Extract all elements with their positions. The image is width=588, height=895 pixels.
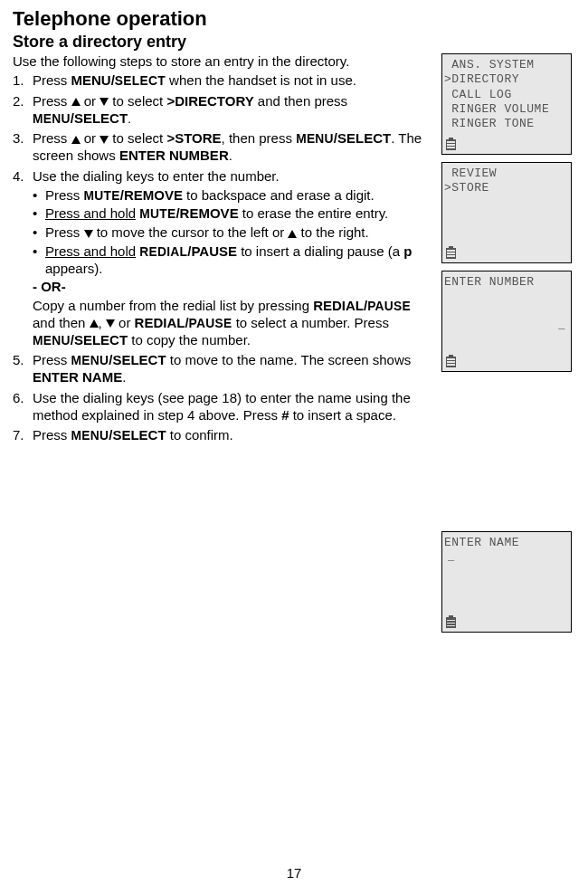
text: Copy a number from the redial list by pr… bbox=[33, 298, 313, 313]
up-arrow-icon bbox=[71, 98, 81, 106]
pause-label: PAUSE bbox=[189, 317, 232, 330]
text: . bbox=[122, 369, 126, 385]
select-label: /SELECT bbox=[71, 332, 128, 348]
lcd-line: REVIEW bbox=[444, 167, 569, 181]
text: to backspace and erase a digit. bbox=[183, 187, 375, 203]
text: , then press bbox=[222, 130, 297, 146]
up-arrow-icon bbox=[71, 136, 81, 144]
cursor-icon: _ bbox=[448, 550, 455, 564]
step-number: 7. bbox=[13, 427, 24, 444]
directory-label: >DIRECTORY bbox=[166, 93, 253, 109]
up-arrow-icon bbox=[90, 319, 99, 328]
hash-key: # bbox=[281, 407, 289, 423]
text: when the handset is not in use. bbox=[166, 72, 356, 88]
select-label: SELECT bbox=[115, 74, 166, 88]
mute-label: MUTE bbox=[139, 207, 175, 221]
redial-label: REDIAL bbox=[139, 245, 187, 259]
menu-label: MENU bbox=[296, 132, 334, 146]
menu-label: MENU bbox=[71, 429, 109, 443]
text: Press bbox=[33, 72, 71, 88]
p-char: p bbox=[403, 243, 412, 259]
or-separator: - OR- bbox=[33, 279, 432, 296]
text: Press bbox=[33, 427, 71, 443]
text: . bbox=[229, 148, 232, 163]
bullet-2: Press and hold MUTE/REMOVE to erase the … bbox=[33, 205, 432, 223]
battery-icon bbox=[446, 355, 456, 367]
enter-name-label: ENTER NAME bbox=[33, 369, 122, 385]
down-arrow-icon bbox=[106, 319, 115, 328]
text: Use the dialing keys to enter the number… bbox=[33, 168, 280, 184]
select-label: /SELECT bbox=[109, 427, 166, 443]
instructions-column: Use the following steps to store an entr… bbox=[13, 53, 432, 633]
text: to copy the number. bbox=[128, 332, 251, 348]
section-heading: Store a directory entry bbox=[13, 33, 575, 52]
lcd-screen-enter-name: ENTER NAME _ bbox=[441, 531, 572, 633]
step-5: 5. Press MENU/SELECT to move to the name… bbox=[13, 352, 432, 386]
text: or bbox=[81, 93, 100, 109]
battery-icon bbox=[446, 138, 456, 150]
menu-label: MENU bbox=[71, 354, 109, 367]
bullet-3: Press to move the cursor to the left or … bbox=[33, 224, 432, 242]
text: , bbox=[99, 315, 106, 330]
menu-label: MENU bbox=[33, 112, 71, 126]
step-number: 6. bbox=[13, 390, 24, 407]
press-hold-text: Press and hold bbox=[45, 243, 136, 259]
up-arrow-icon bbox=[288, 230, 297, 238]
step-number: 5. bbox=[13, 352, 24, 369]
battery-icon bbox=[446, 615, 456, 628]
text: to move to the name. The screen shows bbox=[166, 352, 412, 367]
lcd-line: ENTER NUMBER bbox=[444, 275, 569, 290]
step-2: 2. Press or to select >DIRECTORY and the… bbox=[13, 93, 432, 128]
text: to confirm. bbox=[166, 427, 233, 443]
pause-label: PAUSE bbox=[367, 300, 411, 313]
step-6: 6. Use the dialing keys (see page 18) to… bbox=[13, 390, 432, 424]
down-arrow-icon bbox=[100, 136, 109, 144]
intro-text: Use the following steps to store an entr… bbox=[13, 53, 432, 69]
pause-label: /PAUSE bbox=[187, 243, 237, 259]
text: to select bbox=[109, 93, 166, 109]
steps-list: 1. Press MENU/SELECT when the handset is… bbox=[13, 72, 432, 444]
menu-label: MENU bbox=[33, 334, 71, 348]
bullet-1: Press MUTE/REMOVE to backspace and erase… bbox=[33, 187, 432, 205]
redial-label: REDIAL bbox=[313, 298, 364, 313]
step-4: 4. Use the dialing keys to enter the num… bbox=[13, 168, 432, 349]
store-label: >STORE bbox=[166, 130, 221, 146]
bullet-4: Press and hold REDIAL/PAUSE to insert a … bbox=[33, 243, 432, 278]
text: Press bbox=[45, 224, 84, 240]
text: Press bbox=[33, 93, 71, 109]
lcd-line: ANS. SYSTEM bbox=[444, 58, 569, 72]
remove-label: /REMOVE bbox=[120, 187, 183, 203]
lcd-screen-store-menu: REVIEW >STORE bbox=[441, 162, 572, 263]
page-title: Telephone operation bbox=[13, 7, 575, 31]
step-7: 7. Press MENU/SELECT to confirm. bbox=[13, 427, 432, 444]
press-hold-text: Press and hold bbox=[45, 205, 136, 221]
select-label: /SELECT bbox=[334, 130, 391, 146]
step-number: 1. bbox=[13, 72, 24, 90]
lcd-screen-enter-number: ENTER NUMBER _ bbox=[441, 271, 572, 372]
text: and then press bbox=[254, 93, 347, 109]
enter-number-label: ENTER NUMBER bbox=[119, 148, 229, 163]
text: . bbox=[128, 110, 131, 126]
text: or bbox=[115, 315, 135, 330]
text: and then bbox=[33, 315, 90, 330]
text: Press bbox=[33, 130, 71, 146]
text: Press bbox=[33, 352, 71, 367]
text: appears). bbox=[45, 261, 102, 276]
step-number: 4. bbox=[13, 168, 24, 186]
battery-icon bbox=[446, 246, 456, 259]
text: to insert a space. bbox=[289, 407, 396, 423]
cursor-icon: _ bbox=[558, 319, 565, 332]
step-4-sublist: Press MUTE/REMOVE to backspace and erase… bbox=[33, 187, 432, 278]
remove-label: /REMOVE bbox=[175, 205, 238, 221]
step-number: 2. bbox=[13, 93, 24, 110]
text: Press bbox=[45, 187, 84, 203]
menu-label: MENU/ bbox=[71, 72, 115, 88]
lcd-line: CALL LOG bbox=[444, 88, 569, 102]
lcd-line: >STORE bbox=[444, 181, 569, 195]
lcd-line: RINGER TONE bbox=[444, 117, 569, 131]
lcd-line: RINGER VOLUME bbox=[444, 102, 569, 117]
down-arrow-icon bbox=[84, 230, 93, 238]
lcd-line: ENTER NAME bbox=[444, 536, 569, 550]
text: to insert a dialing pause (a bbox=[237, 243, 403, 259]
step-3: 3. Press or to select >STORE, then press… bbox=[13, 130, 432, 165]
